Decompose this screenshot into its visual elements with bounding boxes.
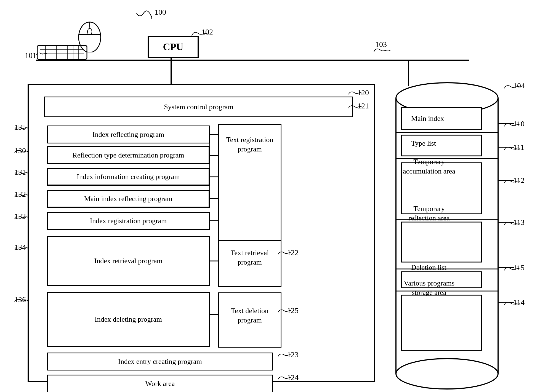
squiggle-120 [347, 90, 364, 96]
squiggle-125 [277, 308, 293, 314]
type-list-label: Type list [411, 139, 436, 148]
squiggle-133 [13, 215, 30, 220]
squiggle-135 [13, 126, 30, 131]
line-110 [498, 123, 514, 124]
line-111 [498, 147, 514, 148]
line-113 [498, 222, 514, 223]
line-114 [498, 302, 514, 303]
system-control-box: System control program [44, 97, 353, 117]
database-cylinder [384, 81, 510, 390]
temporary-accumulation-label: Temporary accumulation area [401, 157, 457, 176]
squiggle-103 [373, 47, 395, 54]
squiggle-100 [135, 8, 168, 19]
cpu-label: CPU [163, 41, 183, 53]
svg-point-23 [396, 359, 498, 389]
reflection-type-box: Reflection type determination program [47, 146, 210, 164]
squiggle-123 [277, 353, 293, 358]
index-deleting-label: Index deleting program [95, 315, 162, 324]
svg-rect-34 [401, 295, 482, 350]
main-index-label: Main index [411, 114, 444, 123]
system-control-label: System control program [164, 103, 233, 111]
text-deletion-label: Text deletion program [219, 306, 280, 325]
svg-rect-32 [401, 222, 482, 262]
work-area-label: Work area [145, 380, 175, 388]
index-reflecting-label: Index reflecting program [92, 130, 164, 139]
squiggle-121 [347, 104, 364, 110]
squiggle-122 [277, 250, 293, 256]
index-entry-creating-label: Index entry creating program [118, 358, 202, 366]
index-entry-creating-box: Index entry creating program [47, 353, 273, 370]
line-112 [498, 180, 514, 181]
index-info-creating-box: Index information creating program [47, 168, 210, 186]
index-info-creating-label: Index information creating program [77, 173, 180, 181]
bus-line [36, 60, 469, 61]
index-retrieval-label: Index retrieval program [94, 257, 163, 265]
temporary-reflection-label: Temporary reflection area [401, 204, 457, 223]
squiggle-124 [277, 375, 293, 381]
index-registration-box: Index registration program [47, 212, 210, 230]
cpu-box: CPU [148, 36, 199, 58]
squiggle-136 [13, 298, 30, 303]
squiggle-132 [13, 193, 30, 198]
line-115 [498, 267, 514, 268]
work-area-box: Work area [47, 375, 273, 392]
squiggle-130 [13, 149, 30, 154]
index-retrieval-box: Index retrieval program [47, 236, 210, 286]
reflection-type-label: Reflection type determination program [72, 151, 184, 159]
svg-point-9 [87, 28, 92, 35]
index-registration-label: Index registration program [90, 217, 167, 225]
squiggle-134 [13, 246, 30, 251]
cpu-to-bus-line [171, 58, 172, 88]
index-reflecting-box: Index reflecting program [47, 126, 210, 143]
squiggle-101 [34, 51, 48, 57]
squiggle-102 [190, 30, 212, 39]
various-programs-label: Various programs storage area [401, 279, 457, 297]
text-registration-label: Text registration program [219, 135, 280, 154]
text-retrieval-label: Text retrieval program [219, 248, 280, 267]
main-index-reflecting-label: Main index reflecting program [84, 195, 172, 203]
squiggle-131 [13, 170, 30, 176]
main-index-reflecting-box: Main index reflecting program [47, 190, 210, 208]
diagram: 100 101 CPU 102 [0, 0, 548, 392]
index-deleting-box: Index deleting program [47, 292, 210, 347]
deletion-list-label: Deletion list [411, 263, 446, 272]
squiggle-104 [503, 84, 521, 90]
